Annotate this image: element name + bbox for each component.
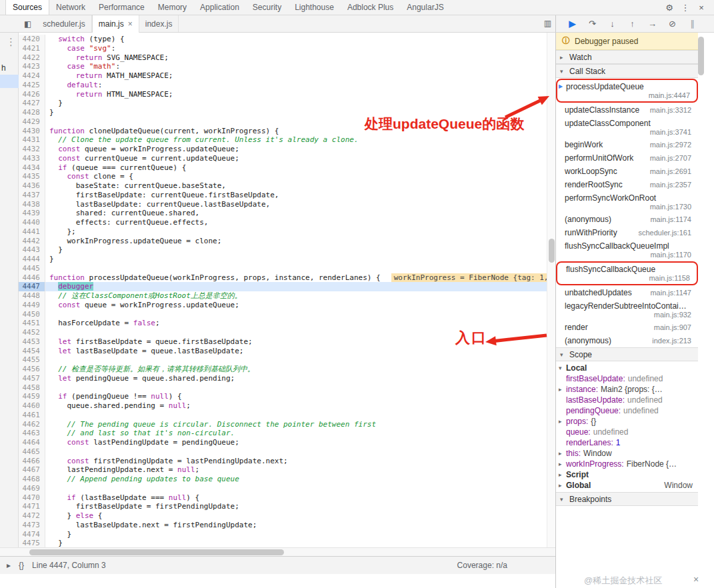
call-stack-frame[interactable]: performUnitOfWorkmain.js:2707 xyxy=(556,151,698,165)
call-stack-section-header[interactable]: ▾ Call Stack xyxy=(556,64,698,78)
code-editor[interactable]: 4420 switch (type) {4421 case "svg":4422… xyxy=(19,33,555,547)
top-tab-lighthouse[interactable]: Lighthouse xyxy=(288,0,341,15)
line-number[interactable]: 4460 xyxy=(19,401,45,411)
chevron-right-icon[interactable]: ▸ xyxy=(560,54,566,61)
sidebar-scrollbar-thumb[interactable] xyxy=(698,37,704,75)
call-stack-frame[interactable]: (anonymous)main.js:1174 xyxy=(556,213,698,226)
line-number[interactable]: 4473 xyxy=(19,521,45,530)
line-number[interactable]: 4445 xyxy=(19,264,45,273)
close-tab-icon[interactable]: × xyxy=(128,19,133,29)
scope-section-row[interactable]: ▸Script xyxy=(556,469,698,480)
line-number[interactable]: 4446 xyxy=(19,273,45,283)
settings-button[interactable]: ⚙ xyxy=(662,3,677,13)
top-tab-angularjs[interactable]: AngularJS xyxy=(400,0,450,15)
top-tab-application[interactable]: Application xyxy=(193,0,246,15)
call-stack-frame[interactable]: unbatchedUpdatesmain.js:1147 xyxy=(556,286,698,299)
watermark-close-icon[interactable]: × xyxy=(693,574,699,585)
line-number[interactable]: 4466 xyxy=(19,457,45,466)
line-number[interactable]: 4475 xyxy=(19,539,45,547)
scope-variable-row[interactable]: ▸props:{} xyxy=(556,416,698,427)
call-stack-frame[interactable]: renderRootSyncmain.js:2357 xyxy=(556,178,698,191)
line-number[interactable]: 4421 xyxy=(19,44,45,53)
chevron-right-icon[interactable]: ▸ xyxy=(559,471,565,478)
step-button[interactable]: → xyxy=(645,19,659,29)
file-tab-index-js[interactable]: index.js xyxy=(139,15,179,32)
chevron-right-icon[interactable]: ▸ xyxy=(559,418,565,425)
line-number[interactable]: 4474 xyxy=(19,530,45,539)
line-number[interactable]: 4458 xyxy=(19,383,45,393)
call-stack-frame[interactable]: (anonymous)index.js:213 xyxy=(556,334,698,347)
line-number[interactable]: 4450 xyxy=(19,310,45,319)
scope-variable-row[interactable]: ▸instance:Main2 {props: {… xyxy=(556,384,698,395)
line-number[interactable]: 4436 xyxy=(19,181,45,191)
chevron-down-icon[interactable]: ▾ xyxy=(560,496,566,503)
line-number[interactable]: 4424 xyxy=(19,71,45,81)
call-stack-frame[interactable]: flushSyncCallbackQueuemain.js:1158 xyxy=(556,261,698,285)
call-stack-frame[interactable]: beginWorkmain.js:2972 xyxy=(556,138,698,151)
deactivate-breakpoints-button[interactable]: ⊘ xyxy=(665,19,679,29)
show-navigator-icon[interactable]: ▸ xyxy=(7,561,11,570)
file-tab-scheduler-js[interactable]: scheduler.js xyxy=(37,15,91,32)
line-number[interactable]: 4452 xyxy=(19,328,45,337)
line-number[interactable]: 4448 xyxy=(19,291,45,301)
line-number[interactable]: 4454 xyxy=(19,347,45,356)
line-number[interactable]: 4457 xyxy=(19,374,45,383)
step-into-button[interactable]: ↓ xyxy=(605,19,619,29)
line-number[interactable]: 4453 xyxy=(19,337,45,347)
line-number[interactable]: 4429 xyxy=(19,117,45,127)
line-number[interactable]: 4451 xyxy=(19,319,45,328)
call-stack-frame[interactable]: performSyncWorkOnRootmain.js:1730 xyxy=(556,191,698,213)
line-number[interactable]: 4462 xyxy=(19,420,45,429)
line-number[interactable]: 4425 xyxy=(19,81,45,90)
line-number[interactable]: 4430 xyxy=(19,127,45,136)
line-number[interactable]: 4426 xyxy=(19,90,45,99)
chevron-down-icon[interactable]: ▾ xyxy=(559,365,565,371)
line-number[interactable]: 4437 xyxy=(19,191,45,200)
line-number[interactable]: 4423 xyxy=(19,62,45,71)
line-number[interactable]: 4469 xyxy=(19,484,45,493)
top-tab-security[interactable]: Security xyxy=(246,0,288,15)
top-tab-performance[interactable]: Performance xyxy=(92,0,151,15)
more-options-button[interactable]: ⋮ xyxy=(678,3,693,13)
scope-section-row[interactable]: ▾Local xyxy=(556,363,698,373)
call-stack-frame[interactable]: flushSyncCallbackQueueImplmain.js:1170 xyxy=(556,239,698,261)
line-number[interactable]: 4449 xyxy=(19,301,45,310)
watch-section-header[interactable]: ▸ Watch xyxy=(556,50,698,64)
line-number[interactable]: 4440 xyxy=(19,218,45,227)
step-out-button[interactable]: ↑ xyxy=(625,19,639,29)
line-number[interactable]: 4432 xyxy=(19,145,45,154)
step-over-button[interactable]: ↷ xyxy=(585,19,599,29)
close-devtools-button[interactable]: × xyxy=(694,3,709,13)
top-tab-network[interactable]: Network xyxy=(49,0,92,15)
line-number[interactable]: 4464 xyxy=(19,438,45,447)
line-number[interactable]: 4433 xyxy=(19,154,45,163)
line-number[interactable]: 4455 xyxy=(19,355,45,365)
line-number[interactable]: 4442 xyxy=(19,237,45,246)
line-number[interactable]: 4467 xyxy=(19,465,45,475)
top-tab-adblock-plus[interactable]: Adblock Plus xyxy=(341,0,400,15)
line-number[interactable]: 4422 xyxy=(19,53,45,63)
chevron-right-icon[interactable]: ▸ xyxy=(559,386,565,393)
call-stack-frame[interactable]: workLoopSyncmain.js:2691 xyxy=(556,165,698,178)
scope-section-header[interactable]: ▾ Scope xyxy=(556,347,698,361)
call-stack-frame[interactable]: runWithPriorityscheduler.js:161 xyxy=(556,226,698,239)
top-tab-memory[interactable]: Memory xyxy=(151,0,193,15)
line-number[interactable]: 4447 xyxy=(19,282,45,291)
line-number[interactable]: 4441 xyxy=(19,227,45,237)
call-stack-frame[interactable]: legacyRenderSubtreeIntoContai…main.js:93… xyxy=(556,299,698,321)
scope-variable-row[interactable]: ▸this:Window xyxy=(556,448,698,459)
line-number[interactable]: 4456 xyxy=(19,365,45,374)
breakpoints-section-header[interactable]: ▾ Breakpoints xyxy=(556,492,698,506)
chevron-right-icon[interactable]: ▸ xyxy=(559,461,565,467)
line-number[interactable]: 4444 xyxy=(19,255,45,264)
line-number[interactable]: 4461 xyxy=(19,411,45,420)
line-number[interactable]: 4420 xyxy=(19,35,45,44)
call-stack-frame[interactable]: processUpdateQueuemain.js:4447 xyxy=(556,79,698,103)
line-number[interactable]: 4439 xyxy=(19,209,45,218)
horizontal-scrollbar-thumb[interactable] xyxy=(29,549,284,555)
line-number[interactable]: 4471 xyxy=(19,502,45,511)
chevron-down-icon[interactable]: ▾ xyxy=(560,351,566,358)
line-number[interactable]: 4435 xyxy=(19,172,45,181)
line-number[interactable]: 4459 xyxy=(19,392,45,401)
grip-icon[interactable]: ⋮ xyxy=(6,38,16,45)
